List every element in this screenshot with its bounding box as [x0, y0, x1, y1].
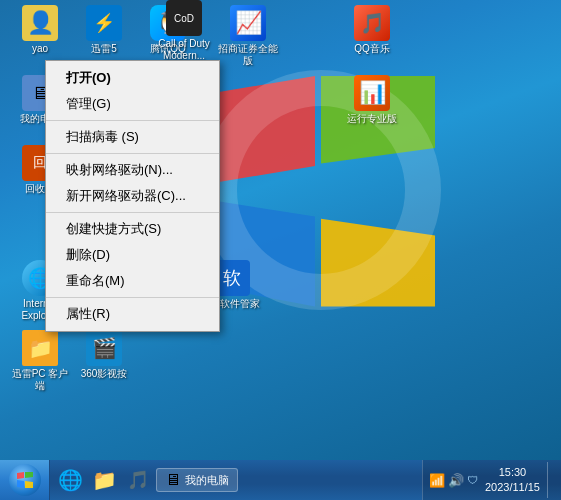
icon-recruit[interactable]: 📈 招商证券全能版: [216, 5, 280, 67]
start-button[interactable]: [0, 460, 50, 500]
menu-create-shortcut[interactable]: 创建快捷方式(S): [46, 216, 219, 242]
icon-mgs[interactable]: ⚡ 迅雷5: [72, 5, 136, 55]
menu-properties[interactable]: 属性(R): [46, 301, 219, 327]
taskbar-pinned-area: 🌐 📁 🎵 🖥 我的电脑: [50, 464, 422, 496]
menu-map-drive[interactable]: 映射网络驱动(N)...: [46, 157, 219, 183]
windows-start-icon: [15, 470, 35, 490]
system-tray: 📶 🔊 🛡 15:30 2023/11/15: [422, 460, 561, 500]
menu-sep2: [46, 153, 219, 154]
tray-network-icon[interactable]: 📶: [429, 473, 445, 488]
context-menu: 打开(O) 管理(G) 扫描病毒 (S) 映射网络驱动(N)... 新开网络驱动…: [45, 60, 220, 332]
system-clock[interactable]: 15:30 2023/11/15: [481, 465, 544, 496]
icon-yao[interactable]: 👤 yao: [8, 5, 72, 55]
icon-folder2[interactable]: 🎬 360影视按: [72, 330, 136, 380]
menu-scan[interactable]: 扫描病毒 (S): [46, 124, 219, 150]
show-desktop-button[interactable]: [547, 462, 555, 498]
icon-cod[interactable]: CoD Call of Duty Modern...: [152, 0, 216, 62]
taskbar-media-icon[interactable]: 🎵: [122, 464, 154, 496]
desktop: 👤 yao ⚡ 迅雷5 🐧 腾讯QQ CoD Call of Duty Mode…: [0, 0, 561, 500]
taskbar: 🌐 📁 🎵 🖥 我的电脑 📶 🔊 🛡 15:30 2023/11/15: [0, 460, 561, 500]
menu-sep1: [46, 120, 219, 121]
menu-sep4: [46, 297, 219, 298]
start-orb: [9, 464, 41, 496]
taskbar-window-label: 我的电脑: [185, 473, 229, 488]
menu-disconnect[interactable]: 新开网络驱动器(C)...: [46, 183, 219, 209]
menu-manage[interactable]: 管理(G): [46, 91, 219, 117]
tray-security-icon[interactable]: 🛡: [467, 474, 478, 486]
menu-sep3: [46, 212, 219, 213]
icon-folder1[interactable]: 📁 迅雷PC 客户端: [8, 330, 72, 392]
menu-open[interactable]: 打开(O): [46, 65, 219, 91]
clock-time: 15:30: [485, 465, 540, 480]
taskbar-window-icon: 🖥: [165, 471, 181, 489]
taskbar-active-window[interactable]: 🖥 我的电脑: [156, 468, 238, 492]
icon-trade[interactable]: 📊 运行专业版: [340, 75, 404, 125]
taskbar-folder-icon[interactable]: 📁: [88, 464, 120, 496]
clock-date: 2023/11/15: [485, 480, 540, 495]
menu-rename[interactable]: 重命名(M): [46, 268, 219, 294]
menu-delete[interactable]: 删除(D): [46, 242, 219, 268]
taskbar-ie-icon[interactable]: 🌐: [54, 464, 86, 496]
icon-qqmusic[interactable]: 🎵 QQ音乐: [340, 5, 404, 55]
tray-volume-icon[interactable]: 🔊: [448, 473, 464, 488]
